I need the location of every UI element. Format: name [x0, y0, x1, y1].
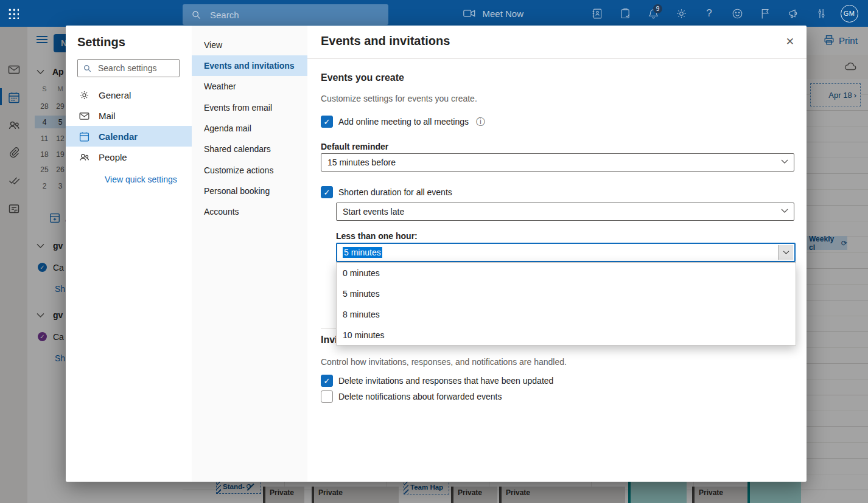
section-shared-calendars[interactable]: Shared calendars — [192, 139, 307, 159]
settings-detail-pane: Events and invitations ✕ Events you crea… — [307, 26, 807, 482]
account-avatar[interactable]: GM — [835, 0, 863, 27]
meet-now-button[interactable]: Meet Now — [463, 0, 523, 27]
delete-updated-row: ✓ Delete invitations and responses that … — [321, 375, 553, 387]
meet-now-label: Meet Now — [482, 9, 523, 19]
section-weather[interactable]: Weather — [192, 76, 307, 97]
settings-category-people[interactable]: People — [66, 147, 192, 167]
delete-forwarded-checkbox[interactable] — [321, 390, 333, 403]
events-you-create-heading: Events you create — [321, 72, 404, 83]
section-events-from-email[interactable]: Events from email — [192, 97, 307, 118]
option-10-minutes[interactable]: 10 minutes — [337, 325, 796, 345]
settings-category-general[interactable]: General — [66, 85, 192, 105]
section-accounts[interactable]: Accounts — [192, 201, 307, 222]
video-camera-icon — [463, 7, 476, 20]
notification-count-badge: 9 — [653, 4, 662, 13]
settings-search-input[interactable] — [97, 63, 167, 74]
mail-icon — [79, 110, 90, 122]
option-8-minutes[interactable]: 8 minutes — [337, 304, 796, 325]
avatar-initials: GM — [844, 10, 855, 17]
toolbar-tune-icon[interactable] — [807, 0, 835, 27]
section-agenda-mail[interactable]: Agenda mail — [192, 118, 307, 139]
select-value: Start events late — [343, 207, 404, 217]
checkbox-label: Delete invitations and responses that ha… — [338, 376, 553, 386]
shorten-type-select[interactable]: Start events late — [336, 203, 794, 221]
delete-forwarded-row: Delete notifications about forwarded eve… — [321, 390, 502, 403]
close-icon[interactable]: ✕ — [786, 35, 794, 48]
suite-header: Meet Now 9 ? — [0, 0, 868, 27]
search-bar[interactable] — [183, 4, 388, 25]
address-book-icon[interactable] — [583, 0, 611, 27]
search-icon — [191, 10, 201, 20]
gear-icon — [79, 89, 90, 101]
option-0-minutes[interactable]: 0 minutes — [337, 263, 796, 283]
panel-title: Events and invitations — [321, 34, 450, 48]
flag-icon[interactable] — [751, 0, 779, 27]
whats-new-megaphone-icon[interactable] — [779, 0, 807, 27]
settings-category-pane: Settings General Mail Calendar People — [66, 26, 192, 482]
app-launcher-waffle-icon[interactable] — [0, 0, 27, 27]
help-icon[interactable]: ? — [695, 0, 723, 27]
settings-category-mail[interactable]: Mail — [66, 105, 192, 126]
search-input[interactable] — [209, 9, 355, 21]
default-reminder-label: Default reminder — [321, 142, 388, 151]
category-label: People — [99, 152, 127, 162]
outlook-calendar-screen: N Ap S M 28 29 4 5 11 12 18 19 25 26 2 3… — [0, 0, 868, 503]
calendar-icon — [79, 131, 90, 142]
shorten-duration-checkbox[interactable]: ✓ — [321, 186, 333, 198]
add-online-meeting-checkbox[interactable]: ✓ — [321, 116, 333, 128]
settings-section-pane: View Events and invitations Weather Even… — [192, 26, 307, 482]
info-icon[interactable]: ⓘ — [476, 116, 485, 128]
tasks-clipboard-icon[interactable] — [611, 0, 639, 27]
category-label: Mail — [99, 111, 116, 121]
checkbox-label: Add online meeting to all meetings — [338, 117, 469, 127]
people-icon — [79, 151, 90, 163]
section-view[interactable]: View — [192, 35, 307, 55]
chevron-down-icon — [781, 209, 788, 213]
settings-search-box[interactable] — [77, 59, 180, 77]
delete-updated-checkbox[interactable]: ✓ — [321, 375, 333, 387]
category-label: General — [99, 90, 131, 100]
add-online-meeting-row: ✓ Add online meeting to all meetings ⓘ — [321, 116, 485, 128]
section-events-and-invitations[interactable]: Events and invitations — [192, 55, 307, 76]
settings-category-calendar[interactable]: Calendar — [66, 126, 192, 147]
option-5-minutes[interactable]: 5 minutes — [337, 283, 796, 304]
settings-dialog: Settings General Mail Calendar People — [66, 26, 807, 482]
shorten-duration-row: ✓ Shorten duration for all events — [321, 186, 452, 198]
settings-title: Settings — [77, 35, 125, 49]
checkbox-label: Delete notifications about forwarded eve… — [338, 392, 502, 401]
header-divider — [307, 58, 807, 59]
select-dropdown-button[interactable] — [778, 245, 793, 260]
select-value: 15 minutes before — [327, 158, 396, 167]
events-you-create-description: Customize settings for events you create… — [321, 94, 477, 103]
notifications-bell-icon[interactable]: 9 — [639, 0, 667, 27]
view-quick-settings-link[interactable]: View quick settings — [105, 175, 177, 184]
settings-gear-icon[interactable] — [667, 0, 695, 27]
default-reminder-select[interactable]: 15 minutes before — [321, 153, 794, 172]
chevron-down-icon — [781, 159, 788, 164]
checkbox-label: Shorten duration for all events — [338, 187, 452, 197]
invitations-description: Control how invitations, responses, and … — [321, 357, 567, 367]
select-value-highlighted: 5 minutes — [343, 247, 382, 258]
search-icon — [83, 64, 92, 73]
feedback-smiley-icon[interactable] — [723, 0, 751, 27]
section-personal-booking[interactable]: Personal booking — [192, 181, 307, 201]
category-label: Calendar — [99, 131, 138, 142]
section-customize-actions[interactable]: Customize actions — [192, 160, 307, 181]
duration-dropdown-list: 0 minutes 5 minutes 8 minutes 10 minutes — [336, 262, 796, 345]
less-than-one-hour-label: Less than one hour: — [336, 231, 418, 241]
less-than-one-hour-select[interactable]: 5 minutes — [336, 243, 796, 262]
